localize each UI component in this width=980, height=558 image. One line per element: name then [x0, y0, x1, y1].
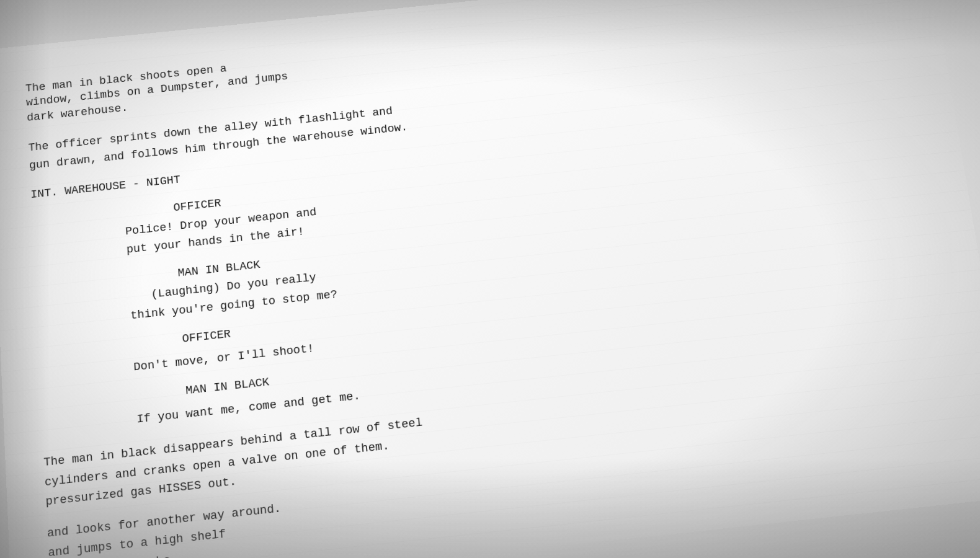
script-page: The man in black shoots open a window, c…: [0, 0, 980, 558]
scene-heading-text: INT. WAREHOUSE - NIGHT: [30, 174, 180, 202]
character-name: OFFICER: [182, 328, 231, 346]
character-name: MAN IN BLACK: [185, 376, 270, 397]
character-name: OFFICER: [173, 197, 221, 215]
script-text-area: The man in black shoots open a window, c…: [0, 0, 980, 558]
perspective-wrapper: The man in black shoots open a window, c…: [0, 0, 980, 558]
page-container: The man in black shoots open a window, c…: [0, 0, 980, 558]
